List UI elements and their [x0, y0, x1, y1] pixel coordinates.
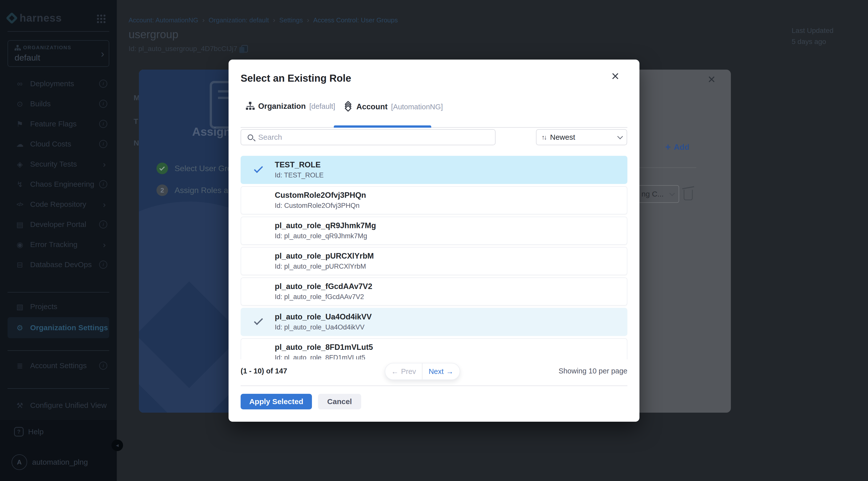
info-icon[interactable]: i: [99, 220, 107, 229]
info-icon[interactable]: i: [99, 80, 107, 88]
info-icon[interactable]: i: [99, 120, 107, 128]
role-list-item[interactable]: pl_auto_role_qR9Jhmk7Mg Id: pl_auto_role…: [241, 217, 627, 245]
role-list-item[interactable]: TEST_ROLE Id: TEST_ROLE: [241, 156, 627, 184]
user-menu[interactable]: A automation_plng: [11, 454, 88, 470]
sidebar-item-feature-flags[interactable]: ⚑ Feature Flags i: [0, 114, 117, 134]
next-page-button[interactable]: Next →: [423, 363, 460, 380]
sidebar-nav: ∞ Deployments i ⊙ Builds i ⚑ Feature Fla…: [0, 73, 117, 275]
sidebar-item-developer-portal[interactable]: ▤ Developer Portal i: [0, 214, 117, 235]
org-selector[interactable]: ORGANIZATIONS default ›: [7, 40, 109, 67]
harness-logo[interactable]: harness: [7, 11, 62, 25]
info-icon[interactable]: i: [99, 140, 107, 148]
wizard-step-1[interactable]: Select User Gro: [156, 162, 232, 174]
next-label: Next: [429, 367, 444, 376]
gear-icon: ⚙: [14, 324, 26, 332]
sidebar-item-chaos-engineering[interactable]: ↯ Chaos Engineering i: [0, 174, 117, 194]
sidebar-item-label: Feature Flags: [30, 120, 99, 128]
step-number-icon: 2: [156, 184, 168, 196]
role-list-item[interactable]: CustomRole2Ofvj3PHQn Id: CustomRole2Ofvj…: [241, 186, 627, 214]
chevron-right-icon: ›: [103, 159, 106, 169]
add-label: Add: [674, 143, 689, 152]
feature-flags-icon: ⚑: [14, 120, 26, 128]
breadcrumb-settings[interactable]: Settings: [279, 16, 303, 24]
apply-selected-button[interactable]: Apply Selected: [241, 394, 312, 410]
wizard-step-2[interactable]: 2 Assign Roles an: [156, 184, 232, 196]
sidebar-item-label: Cloud Costs: [30, 140, 99, 148]
sidebar-item-label: Database DevOps: [30, 260, 99, 269]
role-list-item[interactable]: pl_auto_role_8FD1mVLut5 Id: pl_auto_role…: [241, 338, 627, 359]
cancel-button[interactable]: Cancel: [318, 394, 361, 410]
trash-icon[interactable]: [684, 190, 693, 200]
sidebar-item-label: Developer Portal: [30, 220, 99, 229]
prev-page-button[interactable]: ← Prev: [385, 363, 423, 380]
info-icon[interactable]: i: [99, 362, 107, 370]
arrow-left-icon: ←: [391, 367, 399, 376]
sidebar-item-label: Security Tests: [30, 160, 103, 169]
app-grid-icon[interactable]: [97, 14, 99, 17]
chevron-right-icon: ›: [103, 240, 106, 249]
sidebar-item-label: Account Settings: [30, 361, 99, 370]
sort-select[interactable]: ↑↓ Newest: [536, 129, 627, 145]
sidebar-item-label: Configure Unified View: [30, 401, 117, 410]
tab-account[interactable]: Account [AutomationNG]: [344, 102, 443, 112]
tab-badge: [AutomationNG]: [391, 103, 443, 111]
info-icon[interactable]: i: [99, 261, 107, 269]
divider: [7, 388, 109, 389]
role-name: pl_auto_role_qR9Jhmk7Mg: [275, 221, 376, 230]
sidebar-item-configure-unified-view[interactable]: ⚒ Configure Unified View: [0, 395, 117, 415]
last-updated-label: Last Updated: [792, 25, 834, 36]
entity-id: Id: pl_auto_usergroup_4D7bcCIJj7: [129, 45, 237, 53]
projects-icon: ▧: [14, 302, 26, 311]
developer-portal-icon: ▤: [14, 220, 26, 229]
search-icon: [248, 134, 253, 140]
role-id: Id: CustomRole2Ofvj3PHQn: [275, 202, 360, 210]
sidebar-item-label: Organization Settings: [30, 324, 109, 332]
chevron-down-icon: [617, 134, 623, 140]
info-icon[interactable]: i: [99, 180, 107, 188]
tab-organization[interactable]: Organization [default]: [246, 102, 335, 111]
close-icon[interactable]: ×: [611, 69, 619, 83]
divider: [7, 292, 109, 293]
sidebar-item-security-tests[interactable]: ◈ Security Tests ›: [0, 154, 117, 174]
info-icon[interactable]: i: [99, 100, 107, 108]
sidebar-item-projects[interactable]: ▧ Projects: [0, 297, 117, 317]
plus-icon: +: [665, 142, 671, 153]
database-devops-icon: ⊟: [14, 260, 26, 269]
role-list: TEST_ROLE Id: TEST_ROLE CustomRole2Ofvj3…: [241, 156, 627, 359]
sidebar-item-code-repository[interactable]: </> Code Repository ›: [0, 194, 117, 214]
divider: [7, 350, 109, 351]
sidebar-item-account-settings[interactable]: ≣ Account Settings i: [0, 356, 117, 376]
sidebar-item-builds[interactable]: ⊙ Builds i: [0, 94, 117, 114]
layers-icon: [344, 102, 353, 112]
chevron-right-icon: ›: [103, 200, 106, 209]
code-repository-icon: </>: [14, 202, 26, 207]
sidebar-item-cloud-costs[interactable]: ☁ Cloud Costs i: [0, 134, 117, 154]
divider: [7, 31, 109, 32]
wizard-step-label: Assign Roles an: [175, 186, 232, 195]
breadcrumb-organization[interactable]: Organization: default: [209, 16, 269, 24]
role-list-item[interactable]: pl_auto_role_Ua4Od4ikVV Id: pl_auto_role…: [241, 308, 627, 336]
add-role-binding-button[interactable]: + Add: [665, 142, 689, 153]
sidebar: harness ORGANIZATIONS default › ∞: [0, 0, 117, 481]
search-input[interactable]: [253, 133, 495, 142]
check-icon: [254, 316, 263, 325]
breadcrumb-account[interactable]: Account: AutomationNG: [129, 16, 198, 24]
role-id: Id: pl_auto_role_Ua4Od4ikVV: [275, 324, 365, 331]
copy-icon[interactable]: [241, 45, 248, 53]
role-list-item[interactable]: pl_auto_role_fGcdAAv7V2 Id: pl_auto_role…: [241, 277, 627, 306]
role-name: pl_auto_role_Ua4Od4ikVV: [275, 312, 372, 322]
sidebar-item-organization-settings[interactable]: ⚙ Organization Settings: [7, 317, 109, 338]
sidebar-item-deployments[interactable]: ∞ Deployments i: [0, 73, 117, 94]
close-icon[interactable]: ×: [708, 71, 715, 87]
organization-icon: [14, 45, 20, 51]
clipped-text-fragment: M: [134, 93, 139, 102]
sidebar-item-error-tracking[interactable]: ◉ Error Tracking ›: [0, 235, 117, 254]
tab-badge: [default]: [309, 102, 335, 111]
sidebar-collapse-button[interactable]: ◂: [112, 440, 123, 451]
role-list-item[interactable]: pl_auto_role_pURCXlYrbM Id: pl_auto_role…: [241, 247, 627, 275]
sidebar-item-database-devops[interactable]: ⊟ Database DevOps i: [0, 254, 117, 275]
role-id: Id: pl_auto_role_pURCXlYrbM: [275, 263, 366, 270]
sidebar-item-help[interactable]: ? Help: [14, 427, 44, 437]
collapse-arrow-icon: ◂: [116, 442, 119, 449]
wrench-icon: ⚒: [14, 401, 26, 410]
